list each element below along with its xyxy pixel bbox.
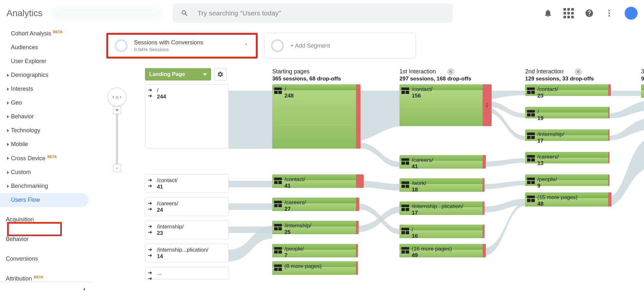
flow-node[interactable]: (8 more pages) xyxy=(272,261,356,275)
svg-point-1 xyxy=(609,12,610,14)
flow-node[interactable]: (15 more pages)48 xyxy=(525,192,608,207)
zoom-control: ‹⌂› + - xyxy=(108,88,126,172)
sidebar-item-label: Interests xyxy=(11,86,33,92)
flow-node[interactable]: /careers/41 xyxy=(399,155,483,169)
sidebar-item-technology[interactable]: Technology xyxy=(0,124,92,137)
caret-right-icon xyxy=(7,115,9,118)
arrow-out-icon: ➜ xyxy=(148,252,152,258)
sidebar-section-acquisition[interactable]: Acquisition xyxy=(0,213,92,227)
arrow-in-icon: ➜ xyxy=(148,270,152,276)
page-icon xyxy=(274,201,282,207)
caret-right-icon xyxy=(7,185,9,188)
arrow-out-icon: ➜ xyxy=(148,93,152,99)
column-header: Starting pages365 sessions, 68 drop-offs xyxy=(272,68,341,82)
sidebar-item-label: Audiences xyxy=(11,44,38,51)
dropoff-bar xyxy=(483,155,486,169)
flow-node[interactable]: /contact/41 xyxy=(272,174,356,188)
dropoff-bar xyxy=(608,192,611,207)
page-icon xyxy=(274,247,282,254)
avatar[interactable] xyxy=(625,7,638,20)
page-icon xyxy=(401,247,409,254)
sidebar-item-cross-device[interactable]: Cross DeviceBETA xyxy=(0,151,92,165)
sidebar-item-interests[interactable]: Interests xyxy=(0,82,92,96)
flow-node[interactable]: /careers/27 xyxy=(272,198,356,211)
help-icon[interactable] xyxy=(585,9,594,18)
dropoff-bar xyxy=(483,225,485,238)
zoom-track[interactable] xyxy=(116,114,118,164)
sidebar-item-user-explorer[interactable]: User Explorer xyxy=(0,54,92,68)
sidebar-item-behavior[interactable]: Behavior xyxy=(0,110,92,124)
dropoff-bar xyxy=(483,244,486,257)
sidebar-item-audiences[interactable]: Audiences xyxy=(0,41,92,54)
add-segment[interactable]: + Add Segment xyxy=(264,33,416,59)
property-selector[interactable] xyxy=(52,7,162,20)
search-bar[interactable]: Try searching "Users today" xyxy=(173,4,453,23)
settings-button[interactable] xyxy=(214,68,226,80)
dropoff-bar xyxy=(483,178,485,192)
dropoff-bar xyxy=(608,152,610,163)
page-icon xyxy=(527,88,535,94)
sidebar-section-conversions[interactable]: Conversions xyxy=(0,252,92,266)
main-content: Sessions with Conversions 0.94% Sessions… xyxy=(97,26,644,296)
flow-node[interactable] xyxy=(641,84,644,98)
page-icon xyxy=(527,178,535,184)
bell-icon[interactable] xyxy=(543,9,553,18)
caret-right-icon xyxy=(7,143,9,146)
more-vert-icon[interactable] xyxy=(605,9,614,18)
source-node[interactable]: ➜➜/careers/24 xyxy=(145,198,229,216)
page-icon xyxy=(527,155,535,162)
source-node[interactable]: ➜➜... xyxy=(145,267,229,279)
arrow-in-icon: ➜ xyxy=(148,200,152,206)
header-actions xyxy=(543,7,638,20)
sidebar-item-label: Custom xyxy=(11,169,31,175)
source-node[interactable]: ➜➜/internship...plication/14 xyxy=(145,244,229,263)
sidebar-item-benchmarking[interactable]: Benchmarking xyxy=(0,179,92,193)
flow-node[interactable]: /contact/156⇩ xyxy=(399,84,483,126)
flow-node[interactable]: /internship/17 xyxy=(525,129,608,141)
dropoff-bar xyxy=(356,244,358,257)
sidebar-item-geo[interactable]: Geo xyxy=(0,96,92,110)
sidebar-item-custom[interactable]: Custom xyxy=(0,165,92,179)
sidebar-item-mobile[interactable]: Mobile xyxy=(0,137,92,151)
sidebar-item-cohort-analysis[interactable]: Cohort AnalysisBETA xyxy=(0,26,92,41)
flow-node[interactable]: /19 xyxy=(525,107,608,118)
flow-node[interactable]: /internship...plication/17 xyxy=(399,201,483,215)
column-header: 1st Interaction297 sessions, 168 drop-of… xyxy=(399,68,471,82)
segment-primary[interactable]: Sessions with Conversions 0.94% Sessions xyxy=(106,33,258,59)
flow-node[interactable]: /work/18 xyxy=(399,178,483,192)
flow-node[interactable]: /people/7 xyxy=(272,244,356,257)
home-button[interactable]: ‹⌂› xyxy=(108,88,126,106)
search-icon xyxy=(181,9,188,17)
arrow-out-icon: ➜ xyxy=(148,206,152,212)
apps-icon[interactable] xyxy=(563,8,574,18)
source-node[interactable]: ➜➜/244 xyxy=(145,84,229,149)
sidebar-collapse[interactable] xyxy=(0,282,92,296)
dropoff-bar xyxy=(483,201,485,215)
flow-node[interactable]: /people/9 xyxy=(525,174,608,186)
column-close-button[interactable]: ✕ xyxy=(575,68,582,75)
flow-node[interactable]: (16 more pages)49 xyxy=(399,244,483,257)
flow-node[interactable]: /248 xyxy=(272,84,356,149)
beta-badge: BETA xyxy=(53,30,62,34)
sidebar-section-behavior[interactable]: Behavior xyxy=(0,232,92,246)
flow-node[interactable]: /16 xyxy=(399,225,483,238)
page-icon xyxy=(274,88,282,94)
dimension-dropdown[interactable]: Landing Page xyxy=(145,68,211,80)
segments-row: Sessions with Conversions 0.94% Sessions… xyxy=(97,26,644,65)
sidebar-item-users-flow[interactable]: Users Flow xyxy=(0,193,89,207)
arrow-in-icon: ➜ xyxy=(148,223,152,229)
flow-node[interactable]: /contact/23 xyxy=(525,84,608,96)
arrow-in-icon: ➜ xyxy=(148,87,152,93)
source-node[interactable]: ➜➜/contact/41 xyxy=(145,174,229,193)
flow-node[interactable]: /internship/25 xyxy=(272,221,356,234)
arrow-in-icon: ➜ xyxy=(148,246,152,253)
flow-node[interactable]: /careers/13 xyxy=(525,152,608,163)
column-close-button[interactable]: ✕ xyxy=(447,68,454,75)
sidebar-item-demographics[interactable]: Demographics xyxy=(0,68,92,82)
flow-canvas[interactable]: ‹⌂› + - Landing Page Starting pages365 s… xyxy=(106,65,644,296)
caret-right-icon xyxy=(7,74,9,77)
source-node[interactable]: ➜➜/internship/23 xyxy=(145,221,229,239)
zoom-out-button[interactable]: - xyxy=(113,164,121,172)
segment-ring-empty-icon xyxy=(271,39,284,52)
zoom-in-button[interactable]: + xyxy=(113,106,121,114)
